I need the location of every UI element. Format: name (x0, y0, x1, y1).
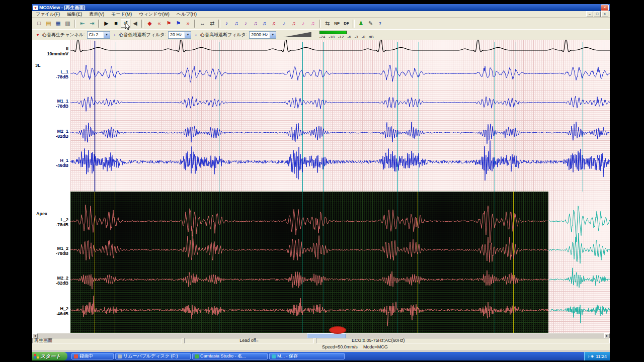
waveform-display[interactable] (70, 40, 610, 333)
channel-label-h_2: H_2-46dB (56, 306, 68, 316)
sound-down-red-button[interactable]: ♫ (289, 19, 298, 28)
nf-filter-button[interactable]: NF (332, 19, 342, 28)
prev-exam-button[interactable]: ⇤ (77, 19, 87, 28)
record-indicator (329, 326, 346, 334)
waveform-area: II10mm/mV3LL_1-78dBM1_1-78dBM2_1-82dBH_1… (32, 40, 610, 333)
menu-bar: ファイル(F)編集(E)表示(V)モード(M)ウィンドウ(W)ヘルプ(H)–□× (32, 11, 610, 18)
print-button[interactable]: ▥ (63, 19, 72, 28)
df-filter-button[interactable]: DF (342, 19, 351, 28)
expand-range-button[interactable]: ↔ (198, 19, 207, 28)
goto-first-mark-button[interactable]: « (154, 19, 164, 28)
sound-mark-blue-2-button[interactable]: ♫ (231, 19, 241, 28)
menu-item-5[interactable]: ウィンドウ(W) (135, 11, 173, 18)
play-button[interactable]: ▶ (102, 19, 111, 28)
task-icon (272, 354, 276, 358)
sound-down-blue-button[interactable]: ♪ (279, 19, 289, 28)
clock: 11:24 (596, 354, 607, 359)
start-button[interactable]: スタート (32, 352, 67, 360)
stop-button[interactable]: ■ (111, 19, 121, 28)
flag-red-button[interactable]: ⚑ (164, 19, 174, 28)
level-meter-bar (319, 31, 347, 34)
channel-label-ecg: II10mm/mV (47, 46, 68, 56)
taskbar-task-3[interactable]: Camtasia Studio - 名... (192, 353, 268, 359)
taskbar-task-4[interactable]: M... - 保存 (269, 353, 345, 359)
start-label: スタート (40, 353, 61, 360)
chevron-down-icon[interactable]: ▼ (270, 32, 276, 38)
db-tick: -18 (329, 35, 335, 39)
sound-up-red-button[interactable]: ♬ (270, 19, 279, 28)
mdi-close-button[interactable]: × (601, 11, 608, 17)
sound-mark-purple-button[interactable]: ♪ (241, 19, 251, 28)
db-scale: -24-18-12-6-3-0dB (319, 35, 377, 39)
toolbar-separator (218, 20, 220, 28)
filter-toolbar: ♥ 心音再生チャンネル: Ch 2 ▼ ♪ 心音低域遮断フィルタ: 20 Hz … (32, 29, 610, 40)
save-button[interactable]: ▦ (53, 19, 63, 28)
highcut-select[interactable]: 2000 Hz ▼ (249, 31, 276, 39)
sound-mark-pink-2-button[interactable]: ♫ (308, 19, 317, 28)
next-exam-button[interactable]: ⇥ (87, 19, 97, 28)
db-tick: -0 (362, 35, 365, 39)
toolbar: □▤▦▥⇤⇥▶■↺◀◆«⚑⚑»↔⇄♪♫♪♫♬♬♪♫♪♫⇆NFDF♟✎? (32, 18, 610, 29)
highcut-label: 心音高域遮断フィルタ: (200, 32, 247, 38)
system-tray: ♪ ◈ 11:24 (584, 352, 610, 360)
task-icon (118, 354, 122, 358)
event-marker-button[interactable]: ◆ (145, 19, 154, 28)
sound-mark-blue-button[interactable]: ♪ (222, 19, 231, 28)
sound-mark-pink-button[interactable]: ♪ (298, 19, 308, 28)
mdi-minimize-button[interactable]: – (586, 11, 593, 17)
toolbar-separator (319, 20, 321, 28)
apex-label: Apex (36, 211, 47, 216)
menu-item-2[interactable]: 編集(E) (63, 11, 86, 18)
goto-last-mark-button[interactable]: » (183, 19, 193, 28)
swap-channels-button[interactable]: ⇆ (323, 19, 332, 28)
toolbar-separator (194, 20, 196, 28)
horizontal-scrollbar[interactable]: ◄ ► (32, 333, 610, 338)
taskbar-task-2[interactable]: リムーバブルディスク (F:) (115, 353, 191, 359)
task-label: Camtasia Studio - 名... (200, 353, 246, 359)
db-tick: -6 (348, 35, 351, 39)
taskbar-task-1[interactable]: 録画中 (71, 353, 114, 359)
toolbar-separator (74, 20, 76, 28)
channel-select[interactable]: Ch 2 ▼ (87, 31, 110, 39)
heart-icon: ♥ (35, 33, 40, 37)
db-tick: -3 (355, 35, 358, 39)
tray-icons[interactable]: ♪ ◈ (588, 354, 594, 358)
title-bar[interactable]: ♥ MCGView - [再生画面] × (32, 4, 610, 11)
rewind-button[interactable]: ◀ (130, 19, 140, 28)
status-leadoff: Lead off= (184, 338, 314, 343)
mouse-cursor-icon (125, 23, 131, 31)
chevron-down-icon[interactable]: ▼ (104, 32, 110, 38)
lead-indicator: 3L (35, 63, 41, 68)
sound-mark-purple-2-button[interactable]: ♫ (251, 19, 260, 28)
toolbar-separator (98, 20, 100, 28)
menu-item-4[interactable]: モード(M) (108, 11, 135, 18)
taskbar: スタート 録画中リムーバブルディスク (F:)Camtasia Studio -… (32, 352, 610, 360)
status-bar-2: Speed=50.0mm/s Mode=MCG (32, 344, 610, 350)
patient-button[interactable]: ♟ (356, 19, 366, 28)
shift-range-button[interactable]: ⇄ (207, 19, 217, 28)
status-ecg-filter: ECG:0.05-75Hz;AC(60Hz) (316, 338, 610, 343)
task-icon (74, 354, 78, 358)
new-document-button[interactable]: □ (34, 19, 44, 28)
highcut-value: 2000 Hz (250, 32, 270, 37)
mdi-restore-button[interactable]: □ (594, 11, 601, 17)
menu-item-6[interactable]: ヘルプ(H) (173, 11, 200, 18)
lowcut-select[interactable]: 20 Hz ▼ (168, 31, 191, 39)
db-tick: -12 (338, 35, 344, 39)
close-button[interactable]: × (601, 5, 609, 11)
task-icon (195, 354, 199, 358)
chevron-down-icon[interactable]: ▼ (185, 32, 191, 38)
menu-item-3[interactable]: 表示(V) (86, 11, 108, 18)
flag-blue-button[interactable]: ⚑ (174, 19, 183, 28)
help-button[interactable]: ? (375, 19, 385, 28)
windows-logo-icon (34, 354, 39, 358)
status-mode: 再生画面 (32, 338, 182, 343)
edit-button[interactable]: ✎ (366, 19, 375, 28)
sound-up-blue-button[interactable]: ♬ (260, 19, 270, 28)
channel-label-l_2: L_2-78dB (56, 217, 68, 227)
task-label: リムーバブルディスク (F:) (123, 353, 178, 359)
menu-item-1[interactable]: ファイル(F) (32, 11, 63, 18)
volume-slider[interactable] (283, 32, 311, 38)
app-icon: ♥ (33, 6, 38, 10)
open-file-button[interactable]: ▤ (44, 19, 53, 28)
